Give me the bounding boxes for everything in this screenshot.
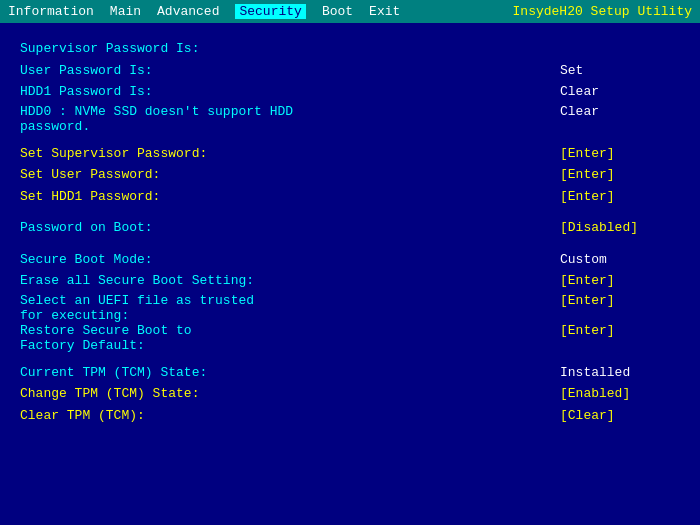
spacer-1 — [20, 134, 680, 144]
bios-screen: Information Main Advanced Security Boot … — [0, 0, 700, 525]
change-tpm-value: [Enabled] — [560, 384, 680, 404]
select-uefi-label: Select an UEFI file as trusted — [20, 293, 254, 308]
hdd0-label: HDD0 : NVMe SSD doesn't support HDD pass… — [20, 104, 560, 134]
erase-secure-boot-value: [Enter] — [560, 271, 680, 291]
menu-item-advanced[interactable]: Advanced — [157, 4, 219, 19]
menu-item-exit[interactable]: Exit — [369, 4, 400, 19]
spacer-2 — [20, 208, 680, 218]
current-tpm-value: Installed — [560, 363, 680, 383]
password-on-boot-value: [Disabled] — [560, 218, 680, 238]
set-user-value: [Enter] — [560, 165, 680, 185]
row-set-supervisor[interactable]: Set Supervisor Password: [Enter] — [20, 144, 680, 164]
row-set-hdd1[interactable]: Set HDD1 Password: [Enter] — [20, 187, 680, 207]
row-restore-secure-boot[interactable]: Restore Secure Boot to Factory Default: … — [20, 323, 680, 353]
spacer-4 — [20, 353, 680, 363]
user-password-label: User Password Is: — [20, 61, 153, 81]
row-user-password: User Password Is: Set — [20, 61, 680, 81]
set-hdd1-label: Set HDD1 Password: — [20, 187, 160, 207]
menu-bar: Information Main Advanced Security Boot … — [0, 0, 700, 23]
spacer-3 — [20, 240, 680, 250]
restore-secure-boot-value: [Enter] — [560, 323, 615, 338]
secure-boot-mode-label: Secure Boot Mode: — [20, 250, 153, 270]
row-change-tpm[interactable]: Change TPM (TCM) State: [Enabled] — [20, 384, 680, 404]
hdd1-password-label: HDD1 Password Is: — [20, 82, 153, 102]
set-hdd1-value: [Enter] — [560, 187, 680, 207]
select-uefi-value: [Enter] — [560, 293, 615, 308]
restore-secure-boot-value-col: [Enter] — [560, 323, 680, 338]
clear-tpm-label: Clear TPM (TCM): — [20, 406, 145, 426]
password-on-boot-label: Password on Boot: — [20, 218, 153, 238]
change-tpm-label: Change TPM (TCM) State: — [20, 384, 199, 404]
set-supervisor-label: Set Supervisor Password: — [20, 144, 207, 164]
current-tpm-label: Current TPM (TCM) State: — [20, 363, 207, 383]
row-password-on-boot[interactable]: Password on Boot: [Disabled] — [20, 218, 680, 238]
restore-secure-boot-label: Restore Secure Boot to — [20, 323, 192, 338]
user-password-value: Set — [560, 61, 680, 81]
clear-tpm-value: [Clear] — [560, 406, 680, 426]
hdd0-value: Clear — [560, 104, 680, 119]
menu-item-information[interactable]: Information — [8, 4, 94, 19]
hdd1-password-value: Clear — [560, 82, 680, 102]
row-set-user[interactable]: Set User Password: [Enter] — [20, 165, 680, 185]
content-area: Supervisor Password Is: User Password Is… — [0, 23, 700, 443]
menu-item-boot[interactable]: Boot — [322, 4, 353, 19]
supervisor-password-value — [560, 39, 680, 59]
brand-label: InsydeH20 Setup Utility — [513, 4, 692, 19]
row-current-tpm: Current TPM (TCM) State: Installed — [20, 363, 680, 383]
row-erase-secure-boot[interactable]: Erase all Secure Boot Setting: [Enter] — [20, 271, 680, 291]
erase-secure-boot-label: Erase all Secure Boot Setting: — [20, 271, 254, 291]
select-uefi-value-col: [Enter] — [560, 293, 680, 308]
row-hdd1-password: HDD1 Password Is: Clear — [20, 82, 680, 102]
row-select-uefi[interactable]: Select an UEFI file as trusted for execu… — [20, 293, 680, 323]
row-secure-boot-mode[interactable]: Secure Boot Mode: Custom — [20, 250, 680, 270]
menu-item-main[interactable]: Main — [110, 4, 141, 19]
menu-items: Information Main Advanced Security Boot … — [8, 4, 400, 19]
secure-boot-mode-value: Custom — [560, 250, 680, 270]
menu-item-security[interactable]: Security — [235, 4, 305, 19]
set-supervisor-value: [Enter] — [560, 144, 680, 164]
supervisor-password-label: Supervisor Password Is: — [20, 39, 199, 59]
row-clear-tpm[interactable]: Clear TPM (TCM): [Clear] — [20, 406, 680, 426]
row-supervisor-password: Supervisor Password Is: — [20, 39, 680, 59]
row-hdd0-nvme: HDD0 : NVMe SSD doesn't support HDD pass… — [20, 104, 680, 134]
set-user-label: Set User Password: — [20, 165, 160, 185]
